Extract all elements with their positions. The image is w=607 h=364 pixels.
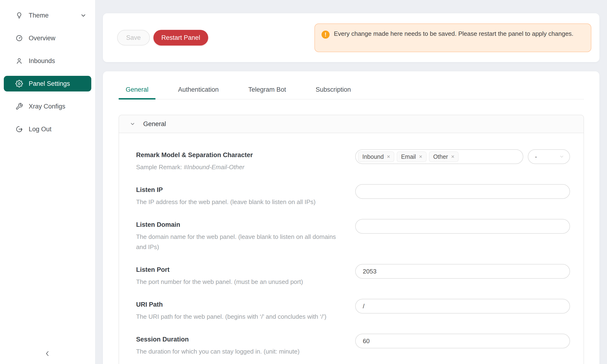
field-description: The port number for the web panel. (must… — [136, 277, 303, 287]
form-row-listen-ip: Listen IPThe IP address for the web pane… — [136, 184, 570, 207]
general-form: Remark Model & Separation CharacterSampl… — [119, 133, 583, 364]
sample-remark-value: #Inbound-Email-Other — [184, 164, 244, 171]
form-row-listen-port: Listen PortThe port number for the web p… — [136, 264, 570, 287]
sidebar-item-log-out[interactable]: Log Out — [4, 121, 91, 137]
restart-warning-alert: ! Every change made here needs to be sav… — [314, 24, 591, 52]
bulb-icon — [15, 12, 23, 19]
form-row-uri-path: URI PathThe URI path for the web panel. … — [136, 299, 570, 322]
toolbar-card: Save Restart Panel ! Every change made h… — [103, 13, 599, 62]
session-duration-input[interactable] — [355, 334, 570, 348]
field-label: Remark Model & Separation Character — [136, 151, 253, 159]
tab-bar: GeneralAuthenticationTelegram BotSubscri… — [119, 86, 584, 100]
chevron-down-icon — [130, 121, 135, 127]
tag-label: Email — [401, 153, 416, 160]
sidebar-item-label: Inbounds — [29, 57, 55, 65]
field-label-group: Listen IPThe IP address for the web pane… — [136, 184, 316, 207]
dashboard-icon — [15, 34, 23, 42]
chevron-down-icon — [559, 154, 564, 159]
remark-model-tags-input[interactable]: Inbound×Email×Other× — [355, 149, 523, 164]
field-label: Listen Port — [136, 266, 303, 273]
sidebar-item-label: Xray Configs — [29, 103, 66, 110]
alert-text: Every change made here needs to be saved… — [334, 29, 573, 39]
sidebar-collapse-button[interactable] — [42, 348, 53, 359]
tag-email: Email× — [397, 151, 427, 162]
user-icon — [15, 57, 23, 65]
bulb-icon — [15, 12, 23, 19]
tag-remove-icon[interactable]: × — [451, 154, 454, 159]
form-row-remark-model-separation-character: Remark Model & Separation CharacterSampl… — [136, 149, 570, 172]
field-label-group: Listen DomainThe domain name for the web… — [136, 219, 338, 252]
field-label-group: Session DurationThe duration for which y… — [136, 334, 300, 357]
sidebar-item-xray-configs[interactable]: Xray Configs — [4, 99, 91, 114]
logout-icon — [15, 125, 23, 133]
gear-icon — [15, 80, 23, 88]
field-description: The duration for which you can stay logg… — [136, 347, 300, 357]
field-control — [355, 334, 570, 348]
panel-settings-card: GeneralAuthenticationTelegram BotSubscri… — [103, 71, 599, 364]
sidebar-item-panel-settings[interactable]: Panel Settings — [4, 76, 91, 91]
field-control — [355, 299, 570, 313]
field-label: URI Path — [136, 301, 327, 308]
chevron-down-icon — [130, 121, 135, 127]
sidebar-nav: ThemeOverviewInboundsPanel SettingsXray … — [0, 8, 95, 137]
chevron-left-icon — [44, 350, 51, 357]
field-description: Sample Remark: #Inbound-Email-Other — [136, 162, 253, 172]
tag-label: Other — [433, 153, 448, 160]
field-control — [355, 264, 570, 279]
field-control — [355, 184, 570, 199]
save-button[interactable]: Save — [117, 30, 150, 46]
section-title: General — [143, 120, 166, 128]
field-control — [355, 219, 570, 234]
wrench-icon — [15, 103, 23, 110]
listen-port-input[interactable] — [355, 264, 570, 279]
form-row-listen-domain: Listen DomainThe domain name for the web… — [136, 219, 570, 252]
tab-general[interactable]: General — [119, 86, 156, 99]
tag-remove-icon[interactable]: × — [387, 154, 390, 159]
sidebar-item-inbounds[interactable]: Inbounds — [4, 53, 91, 69]
tab-authentication[interactable]: Authentication — [171, 86, 226, 99]
chevron-down-icon — [80, 12, 87, 19]
general-collapse-panel: General Remark Model & Separation Charac… — [119, 115, 584, 364]
tag-remove-icon[interactable]: × — [419, 154, 422, 159]
field-label-group: URI PathThe URI path for the web panel. … — [136, 299, 327, 322]
sidebar-item-label: Theme — [29, 12, 49, 19]
main-content: Save Restart Panel ! Every change made h… — [95, 0, 607, 364]
dashboard-icon — [15, 34, 23, 42]
gear-icon — [15, 80, 23, 88]
field-label: Session Duration — [136, 336, 300, 343]
general-section-header[interactable]: General — [119, 115, 583, 133]
sidebar-item-overview[interactable]: Overview — [4, 30, 91, 46]
wrench-icon — [15, 103, 23, 110]
tab-subscription[interactable]: Subscription — [308, 86, 358, 99]
sidebar-item-label: Panel Settings — [29, 80, 70, 88]
field-label-group: Listen PortThe port number for the web p… — [136, 264, 303, 287]
field-description: The URI path for the web panel. (begins … — [136, 312, 327, 322]
tag-label: Inbound — [362, 153, 384, 160]
sidebar-item-theme[interactable]: Theme — [4, 8, 91, 23]
logout-icon — [15, 125, 23, 133]
uri-path-input[interactable] — [355, 299, 570, 313]
tag-inbound: Inbound× — [358, 151, 394, 162]
chevron-down-icon — [80, 12, 87, 19]
restart-panel-button[interactable]: Restart Panel — [153, 30, 208, 46]
listen-domain-input[interactable] — [355, 219, 570, 234]
listen-ip-input[interactable] — [355, 184, 570, 199]
form-row-session-duration: Session DurationThe duration for which y… — [136, 334, 570, 357]
tab-telegram-bot[interactable]: Telegram Bot — [241, 86, 293, 99]
warning-icon: ! — [321, 31, 330, 39]
separator-select[interactable]: - — [528, 149, 570, 164]
sidebar-item-label: Overview — [29, 35, 55, 42]
field-label-group: Remark Model & Separation CharacterSampl… — [136, 149, 253, 172]
user-icon — [15, 57, 23, 65]
chevron-down-icon — [559, 154, 564, 159]
tag-other: Other× — [429, 151, 459, 162]
sidebar-item-label: Log Out — [29, 126, 52, 133]
sidebar: ThemeOverviewInboundsPanel SettingsXray … — [0, 0, 95, 364]
field-description: The IP address for the web panel. (leave… — [136, 197, 316, 207]
toolbar-buttons: Save Restart Panel — [117, 30, 208, 46]
field-control: Inbound×Email×Other×- — [355, 149, 570, 164]
field-description: The domain name for the web panel. (leav… — [136, 232, 338, 252]
separator-select-value: - — [535, 153, 537, 160]
field-label: Listen Domain — [136, 221, 338, 228]
field-label: Listen IP — [136, 186, 316, 194]
